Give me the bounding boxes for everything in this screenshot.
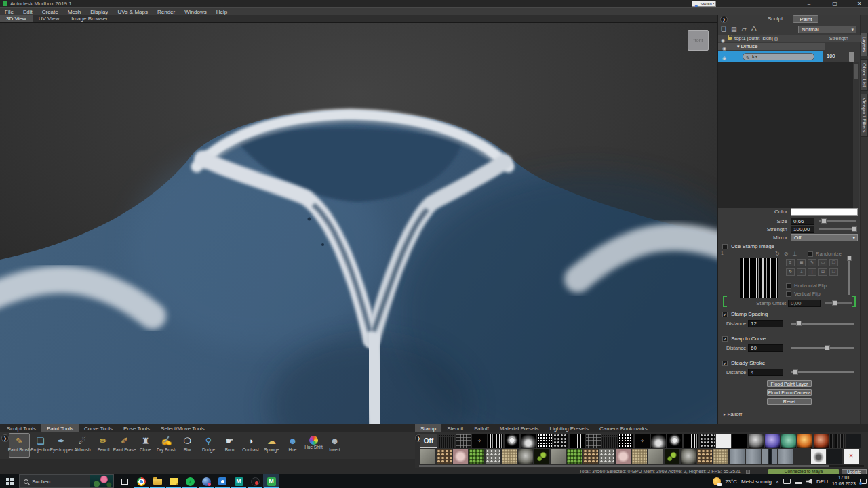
tool-button[interactable]: Paint Brush: [9, 433, 30, 458]
side-tab[interactable]: Layers: [861, 33, 868, 56]
stamp-preview-image[interactable]: [740, 258, 778, 298]
stamp-thumbnail[interactable]: [814, 434, 829, 448]
stamp-thumbnail[interactable]: [844, 449, 859, 464]
stamp-thumbnail[interactable]: [681, 449, 696, 464]
distance-slider[interactable]: [791, 323, 854, 325]
spotify-icon[interactable]: [182, 474, 198, 488]
stamp-thumbnail[interactable]: [781, 434, 796, 448]
chrome-icon[interactable]: [133, 474, 149, 488]
maximize-icon[interactable]: [830, 0, 840, 7]
menu-item[interactable]: Mesh: [63, 8, 86, 16]
menu-item[interactable]: Windows: [180, 8, 211, 16]
stamp-thumbnail[interactable]: [665, 449, 679, 464]
flood-button[interactable]: Flood From Camera: [767, 389, 812, 396]
stamp-thumbnail[interactable]: [570, 434, 585, 448]
stamp-thumbnail[interactable]: [469, 449, 484, 464]
layer-mini-slider[interactable]: [849, 52, 854, 62]
stamp-offset-slider[interactable]: [825, 302, 852, 304]
maya-icon[interactable]: [231, 474, 247, 488]
new-layer-icon[interactable]: [731, 26, 737, 33]
stamp-option-icon[interactable]: [829, 259, 838, 266]
tool-button[interactable]: Hue: [282, 433, 303, 458]
mode-tab[interactable]: Paint: [793, 15, 818, 23]
panel-expand-button[interactable]: [720, 16, 728, 23]
blend-mode-dropdown[interactable]: Normal: [798, 26, 856, 33]
stamp-thumbnail[interactable]: [488, 434, 503, 448]
layer-group-icon[interactable]: [742, 26, 747, 33]
stamp-thumbnail[interactable]: [616, 449, 631, 464]
tool-button[interactable]: Clone: [135, 433, 156, 458]
stamp-thumbnail[interactable]: [797, 434, 812, 448]
falloff-section-header[interactable]: Falloff: [724, 411, 742, 418]
distance-slider-handle[interactable]: [796, 321, 802, 326]
stamp-thumbnail[interactable]: [830, 434, 845, 448]
randomize-checkbox[interactable]: [808, 251, 813, 257]
viewport-3d[interactable]: front: [0, 23, 717, 424]
stamp-thumbnail[interactable]: [846, 434, 861, 448]
stamp-thumbnail[interactable]: [667, 434, 682, 448]
tool-button[interactable]: Paint Erase: [114, 433, 135, 458]
vertical-flip-checkbox[interactable]: [786, 291, 791, 297]
view-tab[interactable]: Image Browser: [65, 15, 114, 22]
stamp-offset-slider-handle[interactable]: [832, 300, 837, 306]
menu-item[interactable]: Display: [85, 8, 113, 16]
flood-button[interactable]: Reset: [767, 398, 812, 405]
stamp-thumbnail[interactable]: [502, 449, 517, 464]
stamp-thumbnail[interactable]: [420, 449, 435, 464]
mirror-dropdown[interactable]: Off: [791, 234, 858, 241]
taskbar-search[interactable]: Suchen: [19, 474, 114, 488]
stamp-thumbnail[interactable]: [749, 434, 764, 448]
tool-button[interactable]: Invert: [324, 433, 345, 458]
stamp-thumbnail[interactable]: [713, 449, 728, 464]
stamp-thumbnail[interactable]: [635, 434, 650, 448]
object-row[interactable]: top:1 [outfit_skin] () Strength: [718, 35, 861, 42]
size-slider-handle[interactable]: [821, 218, 827, 224]
eye-icon[interactable]: [722, 50, 726, 62]
layer-strength-value[interactable]: 100: [827, 53, 835, 59]
layer-stack-icon[interactable]: [721, 26, 726, 33]
strength-slider-handle[interactable]: [852, 226, 857, 232]
distance-value-field[interactable]: 4: [748, 369, 783, 376]
distance-slider[interactable]: [791, 371, 854, 373]
menu-item[interactable]: Render: [153, 8, 180, 16]
stamp-thumbnail[interactable]: [618, 434, 633, 448]
autodesk-account-badge[interactable]: Stefan S: [692, 1, 716, 7]
notification-center-icon[interactable]: [860, 479, 867, 484]
stamp-thumbnail[interactable]: [765, 434, 780, 448]
stamp-option-icon[interactable]: [786, 268, 795, 276]
delete-layer-icon[interactable]: [751, 26, 757, 33]
stamp-thumbnail[interactable]: [732, 434, 747, 448]
blue-app-icon[interactable]: [214, 474, 231, 488]
use-stamp-image-checkbox[interactable]: [722, 244, 728, 249]
color-swatch[interactable]: [791, 208, 858, 216]
stamp-thumbnail[interactable]: [583, 449, 598, 464]
stamp-thumbnail[interactable]: [537, 434, 552, 448]
stamp-thumbnail[interactable]: [586, 434, 601, 448]
horizontal-flip-checkbox[interactable]: [786, 283, 791, 289]
display-tray-icon[interactable]: [783, 479, 791, 484]
layer-name-field[interactable]: ka: [743, 53, 814, 60]
stamp-thumbnail[interactable]: [632, 449, 647, 464]
tool-button[interactable]: Pencil: [93, 433, 114, 458]
stamp-thumbnail[interactable]: [651, 434, 666, 448]
view-tab[interactable]: 3D View: [0, 15, 33, 22]
menu-item[interactable]: Create: [37, 8, 63, 16]
camera-view-cube[interactable]: front: [688, 30, 709, 51]
distance-slider-handle[interactable]: [825, 345, 830, 350]
stamp-option-icon[interactable]: [818, 268, 827, 276]
tool-button[interactable]: Burn: [219, 433, 240, 458]
weather-desc[interactable]: Meist sonnig: [741, 479, 772, 485]
distance-value-field[interactable]: 12: [748, 320, 783, 327]
size-slider[interactable]: [819, 220, 856, 222]
stamp-thumbnail[interactable]: [472, 434, 487, 448]
stamp-thumbnail[interactable]: [486, 449, 500, 464]
minimize-icon[interactable]: [804, 0, 814, 7]
stamp-thumbnail[interactable]: [534, 449, 549, 464]
stamp-thumbnail[interactable]: [762, 449, 777, 464]
recording-app-icon[interactable]: [247, 474, 263, 488]
stamp-thumbnail[interactable]: [811, 449, 826, 464]
stamp-thumbnail[interactable]: [648, 449, 663, 464]
close-icon[interactable]: [854, 0, 864, 7]
stamp-thumbnail[interactable]: [827, 449, 842, 464]
strength-value-field[interactable]: 100,00: [791, 226, 814, 233]
